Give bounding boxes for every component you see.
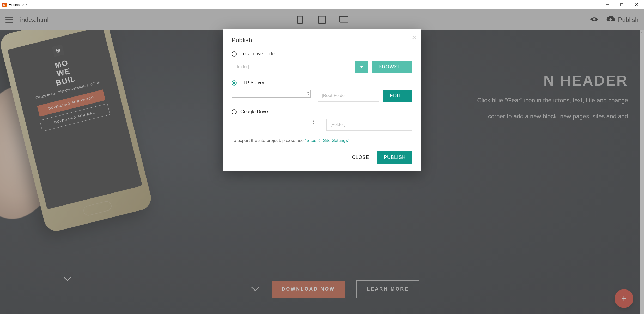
gdrive-account-select[interactable] xyxy=(232,119,316,126)
svg-rect-1 xyxy=(621,3,623,6)
ftp-server-radio[interactable] xyxy=(232,80,237,86)
ftp-root-folder-input[interactable]: [Root Folder] xyxy=(318,90,379,102)
browse-button[interactable]: BROWSE... xyxy=(372,61,412,73)
local-folder-dropdown-icon[interactable] xyxy=(355,61,368,73)
window-close-button[interactable] xyxy=(629,0,644,9)
ftp-server-label: FTP Server xyxy=(240,80,264,86)
dialog-publish-button[interactable]: PUBLISH xyxy=(377,151,412,164)
dialog-title: Publish xyxy=(232,37,412,44)
window-title: Mobirise 2.7 xyxy=(9,3,27,7)
ftp-edit-button[interactable]: EDIT... xyxy=(383,90,412,102)
site-settings-link[interactable]: "Sites -> Site Settings" xyxy=(305,138,349,143)
dialog-close-button[interactable]: CLOSE xyxy=(350,152,371,163)
export-hint: To export the site project, please use "… xyxy=(232,138,412,143)
ftp-profile-select[interactable] xyxy=(232,90,311,98)
window-titlebar: M Mobirise 2.7 xyxy=(0,0,644,9)
app-icon: M xyxy=(2,3,7,7)
local-drive-radio[interactable] xyxy=(232,51,237,57)
publish-dialog: Publish × Local drive folder [folder] BR… xyxy=(223,29,421,171)
google-drive-label: Google Drive xyxy=(240,109,268,114)
dialog-close-icon[interactable]: × xyxy=(412,33,416,41)
window-minimize-button[interactable] xyxy=(600,0,615,9)
window-maximize-button[interactable] xyxy=(615,0,629,9)
gdrive-folder-input[interactable]: [Folder] xyxy=(326,119,412,131)
local-folder-input[interactable]: [folder] xyxy=(232,61,351,73)
app-root: index.html Publish xyxy=(0,9,644,314)
google-drive-radio[interactable] xyxy=(232,109,237,114)
local-drive-label: Local drive folder xyxy=(240,51,276,57)
